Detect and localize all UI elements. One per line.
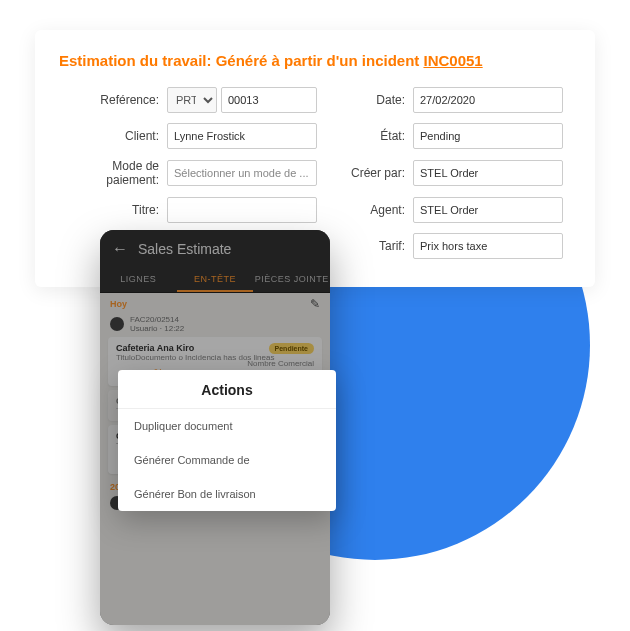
status-badge: Pendiente <box>269 343 314 354</box>
section-today: Hoy ✎ <box>100 293 330 313</box>
label-creer-par: Créer par: <box>325 166 405 180</box>
tab-pieces-jointe[interactable]: PIÈCES JOINTE <box>253 268 330 292</box>
action-generate-delivery[interactable]: Générer Bon de livraison <box>118 477 336 511</box>
form-title-text: Estimation du travail: Généré à partir d… <box>59 52 423 69</box>
label-etat: État: <box>325 129 405 143</box>
tarif-input[interactable] <box>413 233 563 259</box>
label-tarif: Tarif: <box>325 239 405 253</box>
label-payment-mode: Mode de paiement: <box>59 159 159 187</box>
label-date: Date: <box>325 93 405 107</box>
action-generate-order[interactable]: Générer Commande de <box>118 443 336 477</box>
actions-popup: Actions Dupliquer document Générer Comma… <box>118 370 336 511</box>
today-label: Hoy <box>110 299 127 309</box>
creer-par-input[interactable] <box>413 160 563 186</box>
client-input[interactable] <box>167 123 317 149</box>
payment-mode-input[interactable] <box>167 160 317 186</box>
reference-number-input[interactable] <box>221 87 317 113</box>
label-titre: Titre: <box>59 203 159 217</box>
titre-input[interactable] <box>167 197 317 223</box>
back-arrow-icon[interactable]: ← <box>112 240 128 258</box>
etat-input[interactable] <box>413 123 563 149</box>
phone-header: ← Sales Estimate <box>100 230 330 268</box>
doc-code: FAC20/02514 <box>130 315 179 324</box>
actions-title: Actions <box>118 370 336 409</box>
incident-link[interactable]: INC0051 <box>423 52 482 69</box>
avatar-icon <box>110 317 124 331</box>
doc-chip-1: FAC20/02514Usuario · 12:22 <box>110 315 320 333</box>
date-input[interactable] <box>413 87 563 113</box>
doc-user: Usuario · 12:22 <box>130 324 184 333</box>
label-client: Client: <box>59 129 159 143</box>
reference-wrap: PRT <box>167 87 317 113</box>
action-duplicate[interactable]: Dupliquer document <box>118 409 336 443</box>
agent-input[interactable] <box>413 197 563 223</box>
label-reference: Reférence: <box>59 93 159 107</box>
reference-prefix-select[interactable]: PRT <box>167 87 217 113</box>
commercial-label: Nombre Comercial <box>247 359 314 368</box>
label-agent: Agent: <box>325 203 405 217</box>
edit-icon[interactable]: ✎ <box>310 297 320 311</box>
tab-lignes[interactable]: LIGNES <box>100 268 177 292</box>
form-title: Estimation du travail: Généré à partir d… <box>59 52 571 69</box>
phone-title: Sales Estimate <box>138 241 231 257</box>
phone-tabs: LIGNES EN-TÊTE PIÈCES JOINTE <box>100 268 330 293</box>
tab-entete[interactable]: EN-TÊTE <box>177 268 254 292</box>
